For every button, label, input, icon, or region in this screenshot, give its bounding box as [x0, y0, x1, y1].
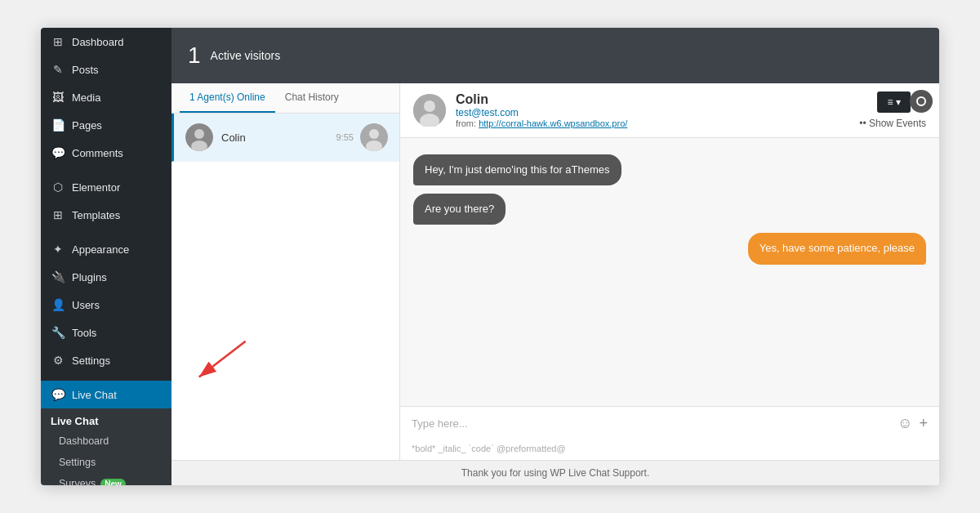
sidebar-item-label: Tools	[72, 327, 96, 339]
pages-icon: 📄	[51, 118, 65, 132]
add-button[interactable]: +	[919, 415, 928, 432]
chat-list-item[interactable]: Colin 9:55	[172, 114, 399, 162]
sidebar-item-dashboard[interactable]: ⊞ Dashboard	[41, 28, 172, 56]
elementor-icon: ⬡	[51, 180, 65, 194]
from-label: from:	[456, 118, 476, 128]
show-events-btn[interactable]: •• Show Events	[859, 118, 926, 129]
settings-icon: ⚙	[51, 353, 65, 368]
sidebar-item-tools[interactable]: 🔧 Tools	[41, 319, 172, 346]
submenu-label: Settings	[59, 457, 96, 468]
tab-agents-online[interactable]: 1 Agent(s) Online	[180, 83, 275, 113]
chat-header: Colin test@test.com from: http://corral-…	[400, 83, 939, 138]
tab-chat-history[interactable]: Chat History	[275, 83, 349, 113]
sidebar-item-pages[interactable]: 📄 Pages	[41, 111, 172, 139]
chat-header-info: Colin test@test.com from: http://corral-…	[456, 92, 849, 128]
show-events-label: •• Show Events	[859, 118, 926, 129]
chat-info: Colin	[221, 130, 336, 145]
footer-text: Thank you for using WP Live Chat Support…	[461, 467, 650, 479]
sidebar-item-live-chat[interactable]: 💬 Live Chat	[41, 381, 172, 408]
avatar	[185, 123, 213, 151]
sidebar-item-comments[interactable]: 💬 Comments	[41, 139, 172, 167]
chat-header-from: from: http://corral-hawk.w6.wpsandbox.pr…	[456, 118, 849, 128]
comments-icon: 💬	[51, 145, 65, 160]
agent-avatar	[360, 123, 388, 151]
sidebar-item-plugins[interactable]: 🔌 Plugins	[41, 263, 172, 291]
message-text: Are you there?	[425, 203, 494, 215]
chat-list-tabs: 1 Agent(s) Online Chat History	[172, 83, 399, 114]
tab-label: Chat History	[285, 91, 339, 103]
media-icon: 🖼	[51, 90, 65, 105]
submenu-item-dashboard[interactable]: Dashboard	[41, 430, 172, 452]
svg-point-6	[917, 97, 925, 105]
svg-point-4	[369, 129, 379, 139]
submenu-label: Dashboard	[59, 435, 109, 447]
add-icon: +	[919, 415, 928, 431]
live-chat-submenu: Live Chat Dashboard Settings Surveys New…	[41, 408, 172, 485]
message-text: Yes, have some patience, please	[760, 242, 915, 254]
sidebar-item-media[interactable]: 🖼 Media	[41, 83, 172, 111]
sidebar-item-templates[interactable]: ⊞ Templates	[41, 201, 172, 229]
submenu-item-settings[interactable]: Settings	[41, 452, 172, 473]
svg-point-8	[424, 100, 435, 112]
active-visitors-bar: 1 Active visitors	[172, 28, 939, 83]
message-text: Hey, I'm just demo'ing this for aThemes	[425, 163, 610, 176]
chat-footer-hint: *bold* _italic_ `code` @preformatted@	[400, 440, 939, 460]
chat-user-name: Colin	[221, 132, 246, 144]
appearance-icon: ✦	[51, 242, 65, 256]
sidebar-item-label: Live Chat	[72, 389, 117, 401]
sidebar-item-label: Templates	[72, 209, 120, 221]
chat-header-email: test@test.com	[456, 107, 849, 118]
emoji-icon: ☺	[898, 415, 912, 431]
menu-icon: ≡	[887, 96, 893, 108]
sidebar-item-users[interactable]: 👤 Users	[41, 291, 172, 319]
sidebar-item-label: Posts	[72, 64, 99, 76]
top-right-circle-btn[interactable]	[910, 90, 933, 113]
submenu-item-surveys[interactable]: Surveys New	[41, 473, 172, 485]
menu-button[interactable]: ≡ ▾	[877, 91, 911, 113]
sidebar-item-label: Comments	[72, 147, 123, 159]
from-url[interactable]: http://corral-hawk.w6.wpsandbox.pro/	[479, 118, 627, 128]
active-visitors-label: Active visitors	[211, 49, 281, 62]
emoji-button[interactable]: ☺	[898, 415, 912, 432]
submenu-title: Live Chat	[41, 408, 172, 430]
tools-icon: 🔧	[51, 325, 65, 340]
chat-input[interactable]	[412, 417, 891, 430]
sidebar-item-label: Users	[72, 299, 100, 311]
sidebar-item-label: Plugins	[72, 271, 107, 283]
sidebar-item-posts[interactable]: ✎ Posts	[41, 56, 172, 83]
main-content: 1 Active visitors 1 Agent(s) Online Chat…	[172, 28, 939, 485]
submenu-label: Surveys	[59, 478, 96, 485]
chat-panel: Colin test@test.com from: http://corral-…	[400, 83, 939, 460]
plugins-icon: 🔌	[51, 270, 65, 284]
sidebar-item-label: Pages	[72, 119, 102, 132]
message-bubble: Yes, have some patience, please	[748, 233, 926, 264]
sidebar-item-appearance[interactable]: ✦ Appearance	[41, 235, 172, 263]
chat-time: 9:55	[336, 132, 354, 142]
messages-area[interactable]: Hey, I'm just demo'ing this for aThemes …	[400, 138, 939, 406]
active-count: 1	[188, 42, 201, 69]
posts-icon: ✎	[51, 62, 65, 77]
sidebar-item-settings[interactable]: ⚙ Settings	[41, 346, 172, 374]
users-icon: 👤	[51, 297, 65, 312]
sidebar-item-label: Dashboard	[72, 36, 124, 48]
dashboard-icon: ⊞	[51, 34, 65, 49]
sidebar-item-elementor[interactable]: ⬡ Elementor	[41, 173, 172, 201]
tab-label: 1 Agent(s) Online	[189, 91, 265, 103]
sidebar-item-label: Settings	[72, 355, 110, 367]
svg-point-1	[194, 129, 204, 139]
chat-list: 1 Agent(s) Online Chat History	[172, 83, 400, 460]
chat-header-name: Colin	[456, 92, 849, 107]
live-chat-icon: 💬	[51, 387, 65, 402]
chat-wrapper: 1 Agent(s) Online Chat History	[172, 83, 939, 460]
chat-footer-icons: ☺ +	[898, 415, 928, 432]
sidebar-item-label: Elementor	[72, 181, 120, 194]
chat-input-area: ☺ +	[400, 407, 939, 440]
sidebar: ⊞ Dashboard ✎ Posts 🖼 Media 📄 Pages 💬 Co…	[41, 28, 172, 485]
chat-header-avatar	[413, 94, 446, 127]
sidebar-item-label: Media	[72, 91, 100, 104]
new-badge: New	[100, 479, 126, 486]
templates-icon: ⊞	[51, 207, 65, 222]
message-bubble: Are you there?	[413, 194, 506, 225]
chat-footer: ☺ + *bold* _italic_ `code` @preformatted…	[400, 406, 939, 460]
sidebar-item-label: Appearance	[72, 243, 129, 256]
